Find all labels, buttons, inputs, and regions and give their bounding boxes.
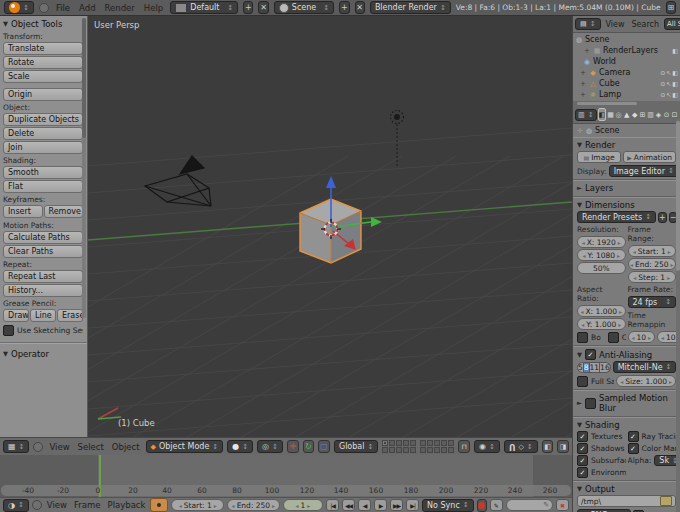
expand-icon[interactable]: + <box>579 69 587 77</box>
info-editor-dropdown[interactable]: ↕ <box>4 1 34 14</box>
tab-data[interactable]: ▥ <box>647 108 654 121</box>
record-button[interactable] <box>477 499 487 512</box>
outliner-editor-dropdown[interactable]: ▤ ↕ <box>575 18 601 30</box>
calculate-paths-button[interactable]: Calculate Paths <box>3 231 83 244</box>
eye-icon[interactable]: ⊙ <box>660 69 665 76</box>
remove-keying-set-button[interactable]: ✖ <box>556 499 569 511</box>
output-path-field[interactable]: /tmp\ <box>577 495 676 507</box>
layers-grid-right[interactable] <box>420 440 454 453</box>
eye-icon[interactable]: ⊙ <box>660 80 665 87</box>
aa-size-field[interactable]: ◂Size: 1.000▸ <box>616 375 676 387</box>
outliner-view-menu[interactable]: View <box>604 20 627 29</box>
color-management-checkbox[interactable] <box>628 443 639 454</box>
add-preset-button[interactable]: + <box>658 212 667 223</box>
operator-panel-header[interactable]: ▼ Operator <box>3 348 83 360</box>
view-menu[interactable]: View <box>47 442 71 452</box>
tab-constraints[interactable]: ◆ <box>631 108 638 121</box>
properties-editor-dropdown[interactable]: ▥ ↕ <box>575 109 597 121</box>
aa-samples-5-button[interactable]: 5 <box>577 362 584 373</box>
lock-to-scene-button[interactable]: ⊓ <box>458 440 470 453</box>
timeline-playback-menu[interactable]: Playback <box>106 500 148 510</box>
outliner-row-world[interactable]: ◉ World <box>573 56 680 67</box>
end-frame-field[interactable]: ◂End: 250▸ <box>628 258 677 270</box>
subsurface-checkbox[interactable] <box>577 455 588 466</box>
keying-set-button[interactable]: ✎ <box>490 499 503 511</box>
outliner-row-camera[interactable]: + ◆ Camera ⊙ ↖ ◧ <box>573 67 680 78</box>
insert-keyframe-button[interactable]: Insert <box>3 205 43 218</box>
camera-object[interactable] <box>145 156 211 206</box>
manipulator-rotate-button[interactable]: ↻ <box>303 440 315 453</box>
menu-help[interactable]: Help <box>142 3 165 13</box>
display-dropdown[interactable]: Image Editor ↕ <box>609 165 679 177</box>
alpha-dropdown[interactable]: Sk ↕ <box>654 455 676 466</box>
z-axis-arrow[interactable] <box>326 176 336 188</box>
tab-world[interactable]: ◎ <box>615 108 622 121</box>
delete-button[interactable]: Delete <box>3 127 83 140</box>
environment-checkbox[interactable] <box>577 467 588 478</box>
tool-shelf-scrollbar[interactable] <box>82 18 86 318</box>
y-axis-arrow[interactable] <box>371 217 382 227</box>
viewport-canvas[interactable] <box>88 16 572 437</box>
decrement-arrow-icon[interactable]: ◂ <box>295 502 298 509</box>
orientation-dropdown[interactable]: Global ↕ <box>334 440 378 453</box>
jump-to-end-button[interactable]: ▶| <box>406 499 419 511</box>
scene-dropdown[interactable]: Scene ↕ <box>274 1 334 14</box>
render-toggle-icon[interactable]: ◧ <box>672 80 678 87</box>
increment-arrow-icon[interactable]: ▸ <box>214 502 217 509</box>
increment-arrow-icon[interactable]: ▸ <box>307 502 310 509</box>
decrement-arrow-icon[interactable]: ◂ <box>232 502 235 509</box>
anti-aliasing-panel-header[interactable]: ▼ Anti-Aliasing <box>577 348 676 361</box>
remap-old-field[interactable]: ◂10▸ <box>628 331 656 343</box>
window-icon[interactable]: ⊞ <box>666 1 676 14</box>
crop-checkbox[interactable] <box>608 332 619 343</box>
origin-button[interactable]: Origin <box>3 88 83 101</box>
play-reverse-button[interactable]: ◀ <box>358 499 371 511</box>
manipulator-scale-button[interactable]: ▢ <box>318 440 330 453</box>
folder-icon[interactable] <box>660 496 672 506</box>
history-button[interactable]: History... <box>3 284 83 297</box>
eye-icon[interactable]: ⊙ <box>660 91 665 98</box>
sampled-motion-blur-checkbox[interactable] <box>585 398 596 409</box>
repeat-last-button[interactable]: Repeat Last <box>3 270 83 283</box>
full-sample-checkbox[interactable] <box>577 376 588 387</box>
tab-object[interactable]: ▲ <box>623 108 630 121</box>
outliner-row-lamp[interactable]: + ☼ Lamp ⊙ ↖ ◧ <box>573 89 680 100</box>
aa-samples-16-button[interactable]: 16 <box>600 362 611 373</box>
translate-button[interactable]: Translate <box>3 42 83 55</box>
expand-icon[interactable]: + <box>579 91 587 99</box>
delete-scene-button[interactable]: ✕ <box>355 1 365 14</box>
render-image-button[interactable]: ▤ Image <box>577 151 621 163</box>
frame-end-field[interactable]: ◂ End: 250 ▸ <box>227 499 280 511</box>
grease-draw-button[interactable]: Draw <box>3 309 29 322</box>
tab-render[interactable]: ◧ <box>598 108 607 121</box>
timeline-frame-menu[interactable]: Frame <box>72 500 102 510</box>
scale-button[interactable]: Scale <box>3 70 83 83</box>
object-tools-panel-header[interactable]: ▼ Object Tools <box>3 18 83 30</box>
shadows-checkbox[interactable] <box>577 443 588 454</box>
shading-panel-header[interactable]: ▼ Shading <box>577 419 676 431</box>
header-collapse-icon[interactable] <box>32 500 42 510</box>
outliner-row-cube[interactable]: + △ Cube ⊙ ↖ ◧ <box>573 78 680 89</box>
menu-add[interactable]: Add <box>77 3 97 13</box>
select-arrow-icon[interactable]: ↖ <box>666 80 671 87</box>
render-animation-button[interactable]: ◨ <box>557 440 569 453</box>
anti-aliasing-checkbox[interactable] <box>585 349 596 360</box>
select-arrow-icon[interactable]: ↖ <box>666 69 671 76</box>
smooth-button[interactable]: Smooth <box>3 166 83 179</box>
resolution-y-field[interactable]: ◂Y: 1080▸ <box>577 249 626 261</box>
render-toggle-icon[interactable]: ◧ <box>672 47 678 54</box>
next-keyframe-button[interactable]: ▶▶ <box>390 499 403 511</box>
render-toggle-icon[interactable]: ◧ <box>672 91 678 98</box>
tab-scene[interactable]: ▦ <box>607 108 614 121</box>
sketching-sessions-checkbox[interactable] <box>3 325 14 336</box>
header-collapse-icon[interactable] <box>39 3 49 13</box>
increment-arrow-icon[interactable]: ▸ <box>272 502 275 509</box>
outliner-filter-dropdown[interactable]: All Scene <box>664 18 680 30</box>
tab-texture[interactable]: ⊙ <box>663 108 670 121</box>
menu-file[interactable]: File <box>54 3 72 13</box>
render-still-button[interactable]: ◧ <box>542 440 554 453</box>
textures-checkbox[interactable] <box>577 431 588 442</box>
tab-material[interactable]: ◈ <box>655 108 662 121</box>
decrement-arrow-icon[interactable]: ◂ <box>179 502 182 509</box>
aa-samples-11-button[interactable]: 11 <box>590 362 601 373</box>
